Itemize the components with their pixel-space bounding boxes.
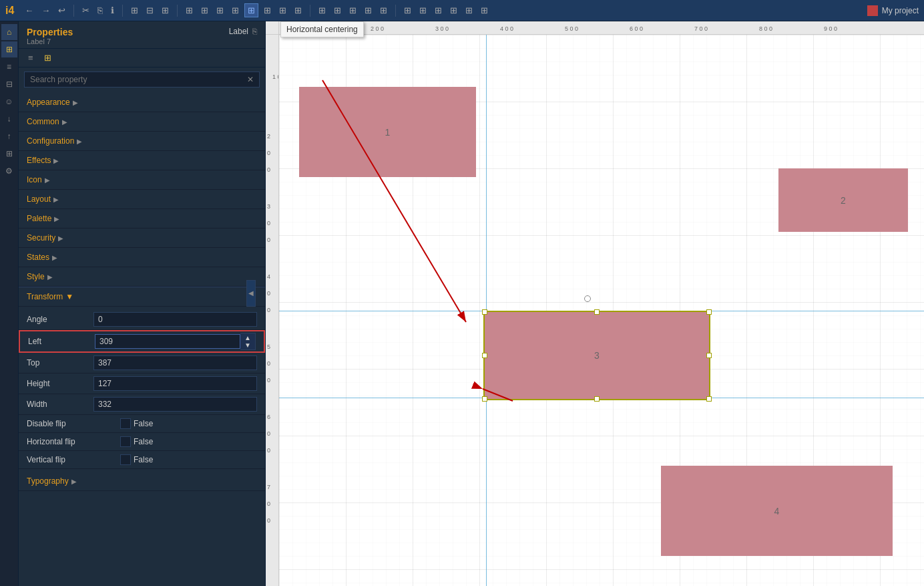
search-clear-btn[interactable]: ✕ — [247, 75, 254, 84]
canvas-area[interactable]: 1 0 0 2 0 0 3 0 0 4 0 0 5 0 0 6 0 0 7 0 … — [266, 21, 924, 586]
top-input[interactable] — [93, 355, 257, 370]
collapse-panel-btn[interactable]: ◀ — [246, 280, 256, 307]
section-icon[interactable]: Icon ▶ — [19, 170, 265, 190]
view4-btn[interactable]: ⊞ — [447, 4, 460, 17]
tab-grid-btn[interactable]: ⊞ — [40, 51, 55, 64]
section-effects[interactable]: Effects ▶ — [19, 151, 265, 170]
svg-text:4: 4 — [267, 273, 270, 280]
dist4-btn[interactable]: ⊞ — [362, 4, 375, 17]
sep5 — [395, 5, 396, 17]
view5-btn[interactable]: ⊞ — [463, 4, 475, 17]
height-label: Height — [27, 379, 93, 388]
sidebar-table-btn[interactable]: ⊟ — [1, 76, 17, 92]
view2-btn[interactable]: ⊞ — [417, 4, 429, 17]
view3-btn[interactable]: ⊞ — [432, 4, 445, 17]
left-input[interactable] — [95, 334, 240, 349]
sidebar-home-btn[interactable]: ⌂ — [1, 24, 17, 40]
section-effects-label: Effects — [27, 156, 51, 165]
align4-btn[interactable]: ⊞ — [229, 4, 242, 17]
section-appearance[interactable]: Appearance ▶ — [19, 93, 265, 112]
sidebar-widgets-btn[interactable]: ⊞ — [1, 41, 17, 57]
handle-ml[interactable] — [482, 353, 487, 358]
handle-br[interactable] — [706, 396, 712, 402]
main-layout: ⌂ ⊞ ≡ ⊟ ☺ ↓ ↑ ⊞ ⚙ Properties Label 7 Lab… — [0, 21, 924, 586]
section-configuration-arrow: ▶ — [77, 138, 82, 145]
transform-section: Transform ▼ Angle Left ▲ ▼ — [19, 287, 265, 472]
align3-btn[interactable]: ⊞ — [214, 4, 226, 17]
info-btn[interactable]: ℹ — [108, 4, 117, 17]
section-style[interactable]: Style ▶ — [19, 267, 265, 287]
handle-mr[interactable] — [706, 353, 712, 358]
sidebar-link-btn[interactable]: ⊞ — [1, 146, 17, 162]
section-typography[interactable]: Typography ▶ — [19, 472, 265, 491]
angle-input[interactable] — [93, 312, 257, 327]
vertical-flip-checkbox[interactable] — [120, 454, 131, 465]
canvas-content[interactable]: 1 2 3 4 — [279, 35, 924, 586]
shape-1[interactable]: 1 — [299, 87, 476, 177]
handle-bc[interactable] — [594, 396, 600, 402]
panel-header: Properties Label 7 Label ⎘ — [19, 21, 265, 49]
dist2-btn[interactable]: ⊞ — [331, 4, 344, 17]
section-palette[interactable]: Palette ▶ — [19, 209, 265, 229]
dist5-btn[interactable]: ⊞ — [377, 4, 390, 17]
handle-tr[interactable] — [706, 309, 712, 315]
project-info: My project — [867, 5, 919, 16]
shape-3[interactable]: 3 — [485, 312, 709, 399]
shape-2[interactable]: 2 — [778, 168, 908, 232]
align5-btn[interactable]: ⊞ — [261, 4, 274, 17]
sidebar-user-btn[interactable]: ☺ — [1, 94, 17, 110]
sidebar-upload-btn[interactable]: ↑ — [1, 128, 17, 144]
height-input[interactable] — [93, 376, 257, 391]
width-input[interactable] — [93, 397, 257, 412]
grid2-btn[interactable]: ⊟ — [144, 4, 156, 17]
handle-bl[interactable] — [482, 396, 487, 402]
sidebar-download-btn[interactable]: ↓ — [1, 111, 17, 127]
align6-btn[interactable]: ⊞ — [276, 4, 289, 17]
copy-btn[interactable]: ⎘ — [95, 4, 105, 17]
handle-tl[interactable] — [482, 309, 487, 315]
section-security[interactable]: Security ▶ — [19, 229, 265, 248]
align1-btn[interactable]: ⊞ — [183, 4, 196, 17]
center-handle[interactable] — [584, 295, 591, 302]
history-btn[interactable]: ↩ — [55, 4, 68, 17]
section-configuration[interactable]: Configuration ▶ — [19, 132, 265, 151]
project-name: My project — [882, 6, 919, 15]
dist3-btn[interactable]: ⊞ — [346, 4, 359, 17]
field-height: Height — [19, 374, 265, 394]
section-appearance-arrow: ▶ — [73, 99, 78, 106]
search-box[interactable]: ✕ — [24, 71, 260, 88]
transform-header[interactable]: Transform ▼ — [19, 287, 265, 307]
svg-text:0: 0 — [267, 430, 270, 437]
section-states[interactable]: States ▶ — [19, 248, 265, 267]
disable-flip-checkbox[interactable] — [120, 418, 131, 429]
horizontal-flip-checkbox[interactable] — [120, 436, 131, 447]
field-top: Top — [19, 353, 265, 374]
section-common[interactable]: Common ▶ — [19, 112, 265, 132]
section-states-arrow: ▶ — [52, 254, 57, 261]
svg-text:3: 3 — [267, 203, 270, 210]
view6-btn[interactable]: ⊞ — [478, 4, 491, 17]
top-toolbar: i4 ← → ↩ ✂ ⎘ ℹ ⊞ ⊟ ⊞ ⊞ ⊞ ⊞ ⊞ ⊞ ⊞ ⊞ ⊞ ⊞ ⊞… — [0, 0, 924, 21]
align7-btn[interactable]: ⊞ — [292, 4, 304, 17]
sidebar-layers-btn[interactable]: ≡ — [1, 59, 17, 75]
shape-4[interactable]: 4 — [661, 466, 893, 556]
cut-btn[interactable]: ✂ — [79, 4, 92, 17]
grid3-btn[interactable]: ⊞ — [159, 4, 172, 17]
redo-btn[interactable]: → — [39, 4, 53, 17]
tab-list-btn[interactable]: ≡ — [24, 51, 37, 64]
sidebar-settings-btn[interactable]: ⚙ — [1, 163, 17, 179]
svg-text:1 0 0: 1 0 0 — [272, 74, 279, 80]
align2-btn[interactable]: ⊞ — [198, 4, 211, 17]
svg-text:0: 0 — [267, 220, 270, 227]
handle-tc[interactable] — [594, 309, 600, 315]
dist1-btn[interactable]: ⊞ — [316, 4, 328, 17]
panel-copy-btn[interactable]: ⎘ — [252, 27, 257, 36]
horizontal-center-btn[interactable]: ⊞ — [244, 3, 258, 17]
view1-btn[interactable]: ⊞ — [401, 4, 414, 17]
grid1-btn[interactable]: ⊞ — [128, 4, 141, 17]
left-spinner[interactable]: ▲ ▼ — [240, 333, 256, 350]
section-layout[interactable]: Layout ▶ — [19, 190, 265, 209]
sep1 — [73, 5, 74, 17]
undo-btn[interactable]: ← — [22, 4, 36, 17]
search-input[interactable] — [30, 75, 247, 84]
